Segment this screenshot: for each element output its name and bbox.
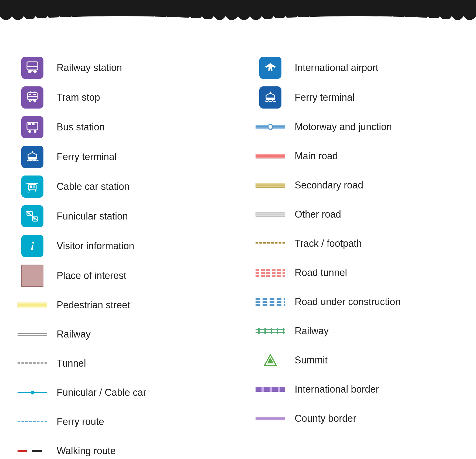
motorway-label: Motorway and junction [295,121,392,133]
motorway-junction-icon [254,123,287,130]
place-of-interest-icon [16,265,49,287]
svg-rect-0 [0,0,238,16]
list-item: Place of interest [16,265,222,287]
road-tunnel-icon [254,269,287,277]
list-item: International border [254,379,460,400]
tunnel-icon [16,362,49,364]
list-item: i Visitor information [16,235,222,257]
ferry-terminal-left-icon [16,146,49,168]
ferry-route-label: Ferry route [57,416,104,427]
motorway-junction-circle [267,124,273,130]
list-item: International airport [254,57,460,79]
tram-stop-icon [16,86,49,109]
secondary-road-line [256,183,285,188]
county-border-line [256,417,285,420]
railway-right-line [256,328,285,334]
main-road-label: Main road [295,150,338,162]
summit-icon [254,353,287,367]
pedestrian-street-icon [16,302,49,308]
ferry-terminal-left-label: Ferry terminal [57,151,117,163]
svg-rect-1 [238,0,476,16]
svg-rect-16 [29,94,31,95]
svg-rect-30 [30,185,32,188]
track-footpath-icon [254,242,287,245]
list-item: Cable car station [16,176,222,198]
funicular-station-icon [16,205,49,227]
poi-box [21,265,43,287]
track-footpath-label: Track / footpath [295,238,362,249]
list-item: Secondary road [254,174,460,196]
railway-station-icon [16,57,49,79]
track-line [256,242,285,245]
road-construction-icon [254,298,287,306]
railway-right-label: Railway [295,325,329,337]
railway-station-label: Railway station [57,62,122,73]
list-item: Ferry route [16,411,222,433]
funicular-dot [30,391,34,394]
bus-station-icon [16,116,49,138]
list-item: Track / footpath [254,233,460,254]
county-border-label: County border [295,413,356,424]
svg-text:i: i [31,240,34,252]
bus-station-label: Bus station [57,122,105,133]
right-banner [238,0,476,24]
pedestrian-line [18,302,47,308]
road-construction-label: Road under construction [295,296,400,308]
list-item: Road under construction [254,291,460,313]
svg-rect-37 [28,212,30,214]
svg-point-20 [28,130,31,133]
list-item: Road tunnel [254,262,460,284]
main-content: Railway station [0,24,476,459]
svg-rect-42 [266,98,275,100]
ferry-terminal-right-icon [254,86,287,109]
other-road-line [256,212,285,217]
road-tunnel-line-2 [256,272,285,274]
funicular-track [18,392,47,393]
list-item: Other road [254,204,460,225]
pedestrian-street-label: Pedestrian street [57,299,130,311]
svg-rect-38 [33,218,35,220]
railway-left-label: Railway [57,329,91,340]
intl-airport-icon [254,57,287,79]
list-item: Funicular / Cable car [16,382,222,403]
visitor-info-label: Visitor information [57,240,134,252]
ferry-terminal-right-label: Ferry terminal [295,92,355,103]
list-item: Motorway and junction [254,116,460,138]
intl-airport-label: International airport [295,62,378,73]
right-column: International airport Ferry terminal [238,51,476,459]
svg-rect-2 [27,62,38,70]
road-tunnel-lines [256,269,285,277]
list-item: Railway station [16,57,222,79]
funicular-cable-label: Funicular / Cable car [57,387,146,398]
svg-line-32 [29,190,30,193]
intl-border-label: International border [295,384,379,395]
svg-rect-23 [32,123,35,125]
funicular-cable-icon [16,390,49,395]
list-item: County border [254,408,460,429]
road-tunnel-line-3 [256,275,285,277]
tunnel-line [18,362,47,364]
intl-border-icon [254,387,287,392]
list-item: Ferry terminal [16,146,222,168]
list-item: Funicular station [16,205,222,227]
left-banner [0,0,238,24]
railway-right-icon [254,328,287,334]
top-banners [0,0,476,24]
tunnel-label: Tunnel [57,358,86,369]
list-item: Bus station [16,116,222,138]
walking-route-icon [16,450,49,452]
county-border-icon [254,417,287,420]
funicular-station-label: Funicular station [57,211,128,222]
svg-rect-25 [28,157,37,160]
road-tunnel-label: Road tunnel [295,267,347,278]
svg-point-21 [34,130,36,133]
road-construction-line-2 [256,301,285,303]
intl-border-line [256,387,285,392]
cable-car-station-icon [16,176,49,198]
railway-line-inner [18,332,47,337]
cable-car-station-label: Cable car station [57,181,130,192]
motorway-line [256,123,285,130]
funicular-line [18,390,47,395]
ferry-line [18,421,47,423]
tram-stop-label: Tram stop [57,92,100,103]
